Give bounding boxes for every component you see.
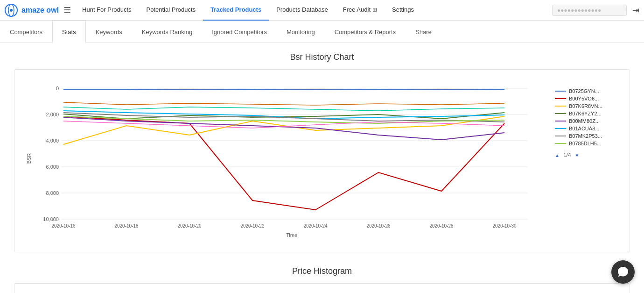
svg-text:2020-10-26: 2020-10-26	[366, 223, 391, 229]
tab-competitors[interactable]: Competitors	[0, 21, 52, 43]
nav-settings[interactable]: Settings	[385, 0, 421, 21]
price-histogram-title: Price Histogram	[14, 266, 630, 276]
legend-label-4: B00MM80Z...	[569, 118, 600, 124]
search-placeholder: ●●●●●●●●●●●●●	[557, 7, 601, 14]
svg-text:10,000: 10,000	[43, 216, 59, 222]
svg-point-2	[10, 9, 13, 12]
legend-label-2: B07K6R8VN...	[569, 103, 602, 109]
tab-monitoring[interactable]: Monitoring	[277, 21, 325, 43]
tab-stats[interactable]: Stats	[52, 21, 86, 43]
logo-icon	[5, 4, 18, 17]
bsr-chart-container: BSR 0 2,000 4,000 6,000	[14, 69, 630, 252]
nav-potential-products[interactable]: Potential Products	[139, 0, 203, 21]
legend-label-5: B01ACUA8...	[569, 126, 599, 131]
nav-right-area: ●●●●●●●●●●●●● ⇥	[552, 5, 639, 16]
legend-item-7: B0785DLH5...	[555, 141, 625, 146]
svg-text:6,000: 6,000	[46, 164, 59, 170]
svg-text:4,000: 4,000	[46, 138, 59, 143]
legend-line-1	[555, 98, 566, 99]
legend-line-0	[555, 91, 566, 92]
nav-search-bar[interactable]: ●●●●●●●●●●●●●	[552, 5, 627, 16]
legend-item-1: B00Y5VO6...	[555, 96, 625, 101]
top-navigation: amaze owl ☰ Hunt For Products Potential …	[0, 0, 644, 21]
chat-button[interactable]	[611, 260, 635, 284]
tab-keywords-ranking[interactable]: Keywords Ranking	[132, 21, 202, 43]
legend-line-2	[555, 106, 566, 107]
bsr-legend: B0725GYN... B00Y5VO6... B07K6R8VN... B07…	[550, 79, 625, 247]
svg-text:0: 0	[56, 86, 59, 91]
y-axis-label: BSR	[26, 153, 32, 164]
svg-text:2020-10-30: 2020-10-30	[492, 223, 517, 229]
legend-item-2: B07K6R8VN...	[555, 103, 625, 109]
svg-text:8,000: 8,000	[46, 190, 59, 196]
svg-text:2020-10-22: 2020-10-22	[240, 223, 265, 229]
tab-share[interactable]: Share	[406, 21, 441, 43]
free-audit-label: Free Audit	[343, 6, 371, 13]
logo-text: amaze owl	[21, 6, 59, 14]
svg-text:2020-10-18: 2020-10-18	[114, 223, 139, 229]
svg-text:2020-10-28: 2020-10-28	[429, 223, 454, 229]
legend-page: 1/4	[563, 152, 571, 158]
nav-hunt-for-products[interactable]: Hunt For Products	[75, 0, 139, 21]
bsr-chart-area: BSR 0 2,000 4,000 6,000	[19, 79, 550, 247]
tab-ignored-competitors[interactable]: Ignored Competitors	[202, 21, 277, 43]
bsr-chart-title: Bsr History Chart	[14, 52, 630, 62]
legend-item-4: B00MM80Z...	[555, 118, 625, 124]
legend-line-3	[555, 113, 566, 114]
nav-free-audit[interactable]: Free Audit ⊞	[336, 0, 385, 21]
grid-icon-nav: ⊞	[372, 7, 377, 13]
prev-legend-arrow[interactable]: ▲	[555, 153, 560, 158]
logout-icon[interactable]: ⇥	[632, 5, 639, 15]
legend-item-5: B01ACUA8...	[555, 126, 625, 131]
bsr-line-chart-svg: 0 2,000 4,000 6,000 8,000 10,000 2020-10…	[38, 79, 542, 229]
legend-line-7	[555, 143, 566, 144]
legend-line-5	[555, 128, 566, 129]
bsr-chart-section: Bsr History Chart BSR 0	[0, 43, 644, 266]
legend-item-3: B07K6YZY2...	[555, 111, 625, 116]
price-histogram-container: 10 8 Price (count)	[14, 283, 630, 293]
next-legend-arrow[interactable]: ▼	[575, 153, 580, 158]
legend-line-4	[555, 121, 566, 121]
svg-text:2020-10-16: 2020-10-16	[51, 223, 76, 229]
tab-keywords[interactable]: Keywords	[86, 21, 132, 43]
sub-navigation: Competitors Stats Keywords Keywords Rank…	[0, 21, 644, 43]
bsr-chart-inner: BSR 0 2,000 4,000 6,000	[19, 79, 625, 247]
legend-label-0: B0725GYN...	[569, 88, 599, 94]
svg-text:2020-10-24: 2020-10-24	[303, 223, 328, 229]
legend-item-6: B07MK2P53...	[555, 133, 625, 139]
tab-competitors-reports[interactable]: Competitors & Reports	[325, 21, 406, 43]
legend-label-3: B07K6YZY2...	[569, 111, 602, 116]
legend-item-0: B0725GYN...	[555, 88, 625, 94]
nav-tracked-products[interactable]: Tracked Products	[203, 0, 269, 21]
legend-label-6: B07MK2P53...	[569, 133, 602, 139]
legend-label-7: B0785DLH5...	[569, 141, 601, 146]
hamburger-icon[interactable]: ☰	[63, 5, 71, 15]
price-histogram-section: Price Histogram 10 8 Price (count)	[0, 266, 644, 293]
nav-products-database[interactable]: Products Database	[269, 0, 336, 21]
logo-area: amaze owl	[5, 4, 59, 17]
legend-label-1: B00Y5VO6...	[569, 96, 599, 101]
svg-text:2,000: 2,000	[46, 112, 59, 117]
bsr-svg-wrapper: BSR 0 2,000 4,000 6,000	[38, 79, 546, 238]
legend-line-6	[555, 136, 566, 136]
chat-icon	[617, 266, 629, 278]
legend-navigation: ▲ 1/4 ▼	[555, 152, 625, 158]
svg-text:2020-10-20: 2020-10-20	[177, 223, 202, 229]
x-axis-label: Time	[38, 232, 546, 238]
